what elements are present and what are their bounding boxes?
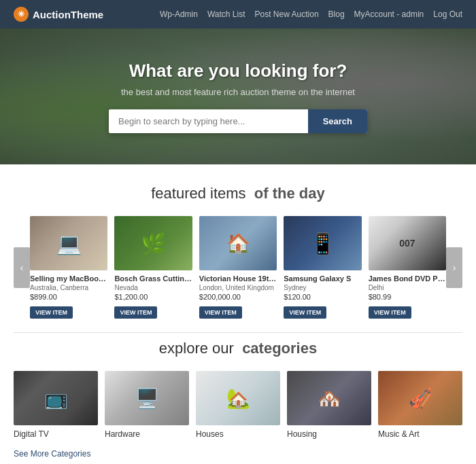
- view-item-button[interactable]: VIEW ITEM: [30, 306, 73, 319]
- item-name: Selling my MacBook Apple L: [30, 274, 107, 283]
- nav-wpadmin[interactable]: Wp-Admin: [160, 10, 198, 19]
- main-nav: Wp-Admin Watch List Post New Auction Blo…: [160, 10, 462, 19]
- category-name: Music & Art: [378, 429, 462, 439]
- categories-section: explore our categories Digital TV Hardwa…: [0, 333, 476, 464]
- item-name: Victorian House 19th Centu: [199, 274, 277, 283]
- hero-search-bar: Search: [109, 109, 367, 133]
- item-location: Sydney: [284, 284, 361, 291]
- item-name: Bosch Grass Cutting machin: [114, 274, 192, 283]
- carousel-prev-button[interactable]: ‹: [14, 247, 30, 288]
- item-price: $120.00: [284, 293, 361, 301]
- list-item: Digital TV: [14, 371, 98, 439]
- list-item: Music & Art: [378, 371, 462, 439]
- list-item: Hardware: [105, 371, 189, 439]
- category-thumbnail-hardware: [105, 371, 189, 425]
- category-name: Hardware: [105, 429, 189, 439]
- nav-watchlist[interactable]: Watch List: [207, 10, 245, 19]
- nav-post-auction[interactable]: Post New Auction: [255, 10, 319, 19]
- item-price: $80.99: [369, 293, 446, 301]
- view-item-button[interactable]: VIEW ITEM: [114, 306, 157, 319]
- list-item: Samsung Galaxy S Sydney $120.00 VIEW ITE…: [284, 216, 361, 319]
- view-item-button[interactable]: VIEW ITEM: [284, 306, 326, 319]
- featured-section: featured items of the day ‹ Selling my M…: [0, 164, 476, 332]
- item-location: Australia, Canberra: [30, 284, 107, 291]
- nav-myaccount[interactable]: MyAccount - admin: [354, 10, 424, 19]
- item-location: Delhi: [369, 284, 446, 291]
- list-item: Selling my MacBook Apple L Australia, Ca…: [30, 216, 107, 319]
- category-name: Digital TV: [14, 429, 98, 439]
- site-header: ✳ AuctionTheme Wp-Admin Watch List Post …: [0, 0, 476, 29]
- featured-items-list: Selling my MacBook Apple L Australia, Ca…: [30, 216, 446, 319]
- item-name: Samsung Galaxy S: [284, 274, 361, 283]
- categories-title: explore our categories: [14, 340, 462, 357]
- nav-blog[interactable]: Blog: [328, 10, 345, 19]
- item-location: Nevada: [114, 284, 192, 291]
- item-thumbnail-bosch: [114, 216, 192, 270]
- item-price: $200,000.00: [199, 293, 277, 301]
- hero-subheadline: the best and most feature rich auction t…: [109, 87, 367, 97]
- view-item-button[interactable]: VIEW ITEM: [369, 306, 411, 319]
- item-thumbnail-bond: [369, 216, 446, 270]
- search-input[interactable]: [109, 109, 308, 133]
- item-name: James Bond DVD Pack 007: [369, 274, 446, 283]
- nav-logout[interactable]: Log Out: [433, 10, 462, 19]
- category-name: Housing: [287, 429, 371, 439]
- category-thumbnail-housing: [287, 371, 371, 425]
- item-thumbnail-house: [199, 216, 277, 270]
- category-thumbnail-music: [378, 371, 462, 425]
- categories-title-normal: explore our: [159, 340, 234, 357]
- search-button[interactable]: Search: [308, 109, 367, 133]
- item-location: London, United Kingdom: [199, 284, 277, 291]
- list-item: James Bond DVD Pack 007 Delhi $80.99 VIE…: [369, 216, 446, 319]
- category-thumbnail-tv: [14, 371, 98, 425]
- featured-title: featured items of the day: [14, 185, 462, 202]
- hero-section: What are you looking for? the best and m…: [0, 29, 476, 164]
- category-name: Houses: [196, 429, 280, 439]
- list-item: Housing: [287, 371, 371, 439]
- logo: ✳ AuctionTheme: [14, 7, 103, 22]
- categories-title-bold: categories: [242, 340, 317, 357]
- featured-wrapper: ‹ Selling my MacBook Apple L Australia, …: [14, 216, 462, 319]
- item-thumbnail-macbook: [30, 216, 107, 270]
- item-price: $899.00: [30, 293, 107, 301]
- logo-icon: ✳: [14, 7, 29, 22]
- view-item-button[interactable]: VIEW ITEM: [199, 306, 242, 319]
- logo-text: AuctionTheme: [33, 9, 103, 20]
- carousel-next-button[interactable]: ›: [446, 247, 462, 288]
- item-thumbnail-samsung: [284, 216, 361, 270]
- list-item: Victorian House 19th Centu London, Unite…: [199, 216, 277, 319]
- category-thumbnail-houses: [196, 371, 280, 425]
- categories-grid: Digital TV Hardware Houses Housing Music…: [14, 371, 462, 439]
- featured-title-bold: of the day: [254, 185, 325, 202]
- see-more-categories-link[interactable]: See More Categories: [14, 449, 90, 459]
- list-item: Houses: [196, 371, 280, 439]
- hero-headline: What are you looking for?: [109, 60, 367, 82]
- list-item: Bosch Grass Cutting machin Nevada $1,200…: [114, 216, 192, 319]
- featured-title-normal: featured items: [151, 185, 245, 202]
- item-price: $1,200.00: [114, 293, 192, 301]
